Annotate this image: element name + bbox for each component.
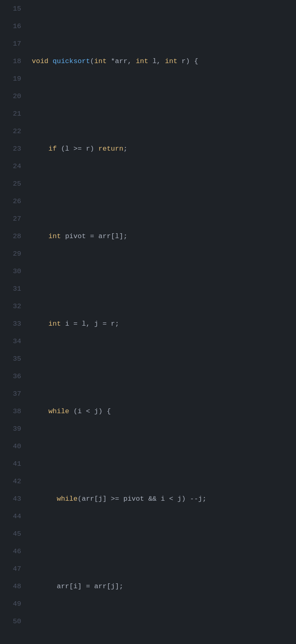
line-num-47: 47 (0, 560, 21, 578)
line-num-43: 43 (0, 490, 21, 508)
line-num-19: 19 (0, 70, 21, 88)
line-num-24: 24 (0, 158, 21, 175)
line-num-49: 49 (0, 595, 21, 613)
code-line-20: while(arr[j] >= pivot && i < j) --j; (32, 490, 296, 508)
code-line-15: void quicksort(int *arr, int l, int r) { (32, 53, 296, 70)
code-line-18: int i = l, j = r; (32, 315, 296, 333)
line-numbers: 15 16 17 18 19 20 21 22 23 24 25 26 27 2… (0, 0, 28, 644)
line-num-28: 28 (0, 228, 21, 245)
line-num-35: 35 (0, 350, 21, 368)
line-num-41: 41 (0, 455, 21, 473)
line-num-23: 23 (0, 140, 21, 158)
line-num-44: 44 (0, 508, 21, 525)
code-line-19: while (i < j) { (32, 403, 296, 420)
line-num-27: 27 (0, 210, 21, 228)
line-num-34: 34 (0, 333, 21, 350)
line-num-26: 26 (0, 193, 21, 210)
line-num-31: 31 (0, 280, 21, 298)
line-num-15: 15 (0, 0, 21, 18)
code-content: void quicksort(int *arr, int l, int r) {… (28, 0, 296, 644)
line-num-16: 16 (0, 18, 21, 35)
line-num-45: 45 (0, 525, 21, 543)
line-num-46: 46 (0, 543, 21, 560)
code-line-17: int pivot = arr[l]; (32, 228, 296, 245)
line-num-39: 39 (0, 420, 21, 438)
line-num-48: 48 (0, 578, 21, 595)
line-num-18: 18 (0, 53, 21, 70)
line-num-22: 22 (0, 123, 21, 140)
line-num-25: 25 (0, 175, 21, 193)
code-editor: 15 16 17 18 19 20 21 22 23 24 25 26 27 2… (0, 0, 296, 644)
line-num-36: 36 (0, 368, 21, 385)
line-num-29: 29 (0, 245, 21, 263)
code-line-16: if (l >= r) return; (32, 140, 296, 158)
line-num-20: 20 (0, 88, 21, 105)
line-num-40: 40 (0, 438, 21, 455)
line-num-21: 21 (0, 105, 21, 123)
line-num-50: 50 (0, 613, 21, 630)
code-line-21: arr[i] = arr[j]; (32, 578, 296, 595)
line-num-42: 42 (0, 473, 21, 490)
line-num-38: 38 (0, 403, 21, 420)
line-num-30: 30 (0, 263, 21, 280)
line-num-17: 17 (0, 35, 21, 53)
line-num-37: 37 (0, 385, 21, 403)
line-num-32: 32 (0, 298, 21, 315)
line-num-33: 33 (0, 315, 21, 333)
